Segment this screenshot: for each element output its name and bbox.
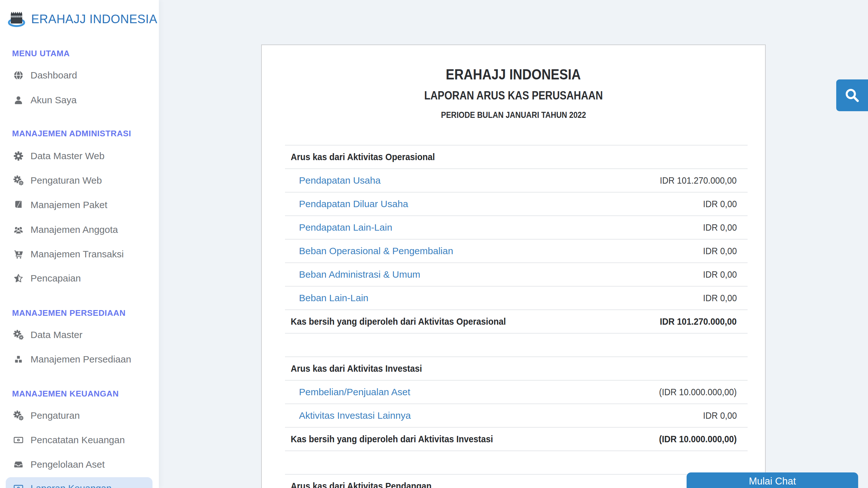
sidebar-item-akun-saya[interactable]: Akun Saya [12,93,76,107]
section-label-manajemen-administrasi: MANAJEMEN ADMINISTRASI [12,129,131,139]
row-amount: IDR 0,00 [699,410,748,421]
gear-icon [12,151,25,161]
kaaba-logo-icon [6,9,27,29]
row-amount: IDR 0,00 [699,222,748,233]
sidebar-item-pengaturan-web[interactable]: Pengaturan Web [12,174,102,187]
table-row: Beban Operasional & Pengembalian IDR 0,0… [285,240,748,263]
sidebar-item-pengaturan[interactable]: Pengaturan [12,408,80,423]
sidebar-item-pencapaian[interactable]: Pencapaian [12,271,81,285]
table-row-section-investasi: Arus kas dari Aktivitas Investasi [285,357,748,380]
sidebar-item-label: Manajemen Transaksi [31,249,124,260]
row-link[interactable]: Pendapatan Lain-Lain [285,222,392,233]
money-bill-icon [12,483,25,488]
table-row-total-investasi: Kas bersih yang diperoleh dari Aktivitas… [285,428,748,451]
table-row: Pendapatan Diluar Usaha IDR 0,00 [285,192,748,216]
globe-icon [12,70,25,81]
chat-button[interactable]: Mulai Chat [687,472,858,488]
table-row: Pembelian/Penjualan Aset (IDR 10.000.000… [285,380,748,404]
sidebar-item-manajemen-paket[interactable]: Manajemen Paket [12,198,107,212]
section-label-menu-utama: MENU UTAMA [12,49,70,58]
sidebar-item-label: Akun Saya [31,95,76,105]
table-row: Pendapatan Lain-Lain IDR 0,00 [285,216,748,240]
sidebar-item-manajemen-transaksi[interactable]: Manajemen Transaksi [12,247,124,261]
star-half-icon [12,273,25,283]
report-period: PERIODE BULAN JANUARI TAHUN 2022 [262,110,765,120]
row-amount: IDR 0,00 [699,269,748,280]
row-link[interactable]: Aktivitas Investasi Lainnya [285,410,411,421]
cubes-icon [12,354,25,364]
sidebar-item-label: Pencatatan Keuangan [31,435,125,446]
sidebar-item-manajemen-persediaan[interactable]: Manajemen Persediaan [12,352,131,366]
report-title: LAPORAN ARUS KAS PERUSAHAAN [262,89,765,102]
search-icon [844,87,860,103]
row-link[interactable]: Pembelian/Penjualan Aset [285,387,410,397]
sidebar-item-label: Pengelolaan Aset [31,459,105,470]
row-link[interactable]: Beban Operasional & Pengembalian [285,246,453,256]
gears-icon [12,410,25,421]
section-label-manajemen-persediaan: MANAJEMEN PERSEDIAAN [12,308,125,318]
sidebar-item-label: Laporan Keuangan [31,483,112,488]
table-row: Aktivitas Investasi Lainnya IDR 0,00 [285,404,748,428]
users-icon [12,224,25,235]
inbox-icon [12,459,25,469]
row-amount: IDR 0,00 [699,199,748,209]
sidebar-item-laporan-keuangan[interactable]: Laporan Keuangan [6,477,153,488]
table-row-total-operasional: Kas bersih yang diperoleh dari Aktivitas… [285,310,748,334]
sidebar-item-label: Dashboard [31,70,77,81]
row-amount: (IDR 10.000.000,00) [650,387,748,397]
gears-icon [12,330,25,340]
sidebar-item-label: Pengaturan [31,410,80,421]
cashflow-table: Arus kas dari Aktivitas Operasional Pend… [285,145,748,488]
sidebar-item-data-master[interactable]: Data Master [12,328,82,342]
search-button[interactable] [836,80,868,111]
row-amount: IDR 101.270.000,00 [651,175,748,186]
row-amount: IDR 0,00 [699,293,748,303]
table-row-spacer [285,451,748,475]
table-row-section-operasional: Arus kas dari Aktivitas Operasional [285,146,748,169]
sidebar-item-pencatatan-keuangan[interactable]: Pencatatan Keuangan [12,433,125,447]
table-row: Beban Lain-Lain IDR 0,00 [285,286,748,310]
sidebar-item-manajemen-anggota[interactable]: Manajemen Anggota [12,223,118,237]
brand-title: ERAHAJJ INDONESIA [31,12,157,26]
row-link[interactable]: Beban Administrasi & Umum [285,269,420,280]
report-header: ERAHAJJ INDONESIA LAPORAN ARUS KAS PERUS… [262,45,765,120]
sidebar-item-pengelolaan-aset[interactable]: Pengelolaan Aset [12,458,105,471]
book-icon [12,200,25,210]
sidebar-item-data-master-web[interactable]: Data Master Web [12,149,104,163]
gears-icon [12,175,25,186]
brand[interactable]: ERAHAJJ INDONESIA [6,6,157,32]
sidebar: ERAHAJJ INDONESIA MENU UTAMA Dashboard A… [0,0,159,488]
chat-button-label: Mulai Chat [749,476,796,487]
sidebar-item-label: Pencapaian [31,273,81,284]
table-row-spacer [285,334,748,357]
sidebar-item-label: Data Master Web [31,151,104,161]
table-row: Pendapatan Usaha IDR 101.270.000,00 [285,169,748,192]
money-bill-icon [12,435,25,445]
sidebar-item-dashboard[interactable]: Dashboard [12,68,77,82]
sidebar-item-label: Data Master [31,330,82,340]
user-icon [12,95,25,105]
sidebar-item-label: Manajemen Anggota [31,224,118,235]
sidebar-item-label: Pengaturan Web [31,175,102,186]
row-amount: IDR 0,00 [699,246,748,256]
row-link[interactable]: Beban Lain-Lain [285,293,369,303]
table-row: Beban Administrasi & Umum IDR 0,00 [285,263,748,286]
section-label-manajemen-keuangan: MANAJEMEN KEUANGAN [12,389,119,399]
table-row-section-pendanaan: Arus kas dari Aktivitas Pendangan [285,475,748,488]
report-card: ERAHAJJ INDONESIA LAPORAN ARUS KAS PERUS… [261,44,766,488]
sidebar-item-label: Manajemen Paket [31,200,107,210]
report-company: ERAHAJJ INDONESIA [262,66,765,83]
cart-arrow-down-icon [12,249,25,259]
row-link[interactable]: Pendapatan Usaha [285,175,381,186]
sidebar-item-label: Manajemen Persediaan [31,354,131,365]
row-link[interactable]: Pendapatan Diluar Usaha [285,199,408,209]
